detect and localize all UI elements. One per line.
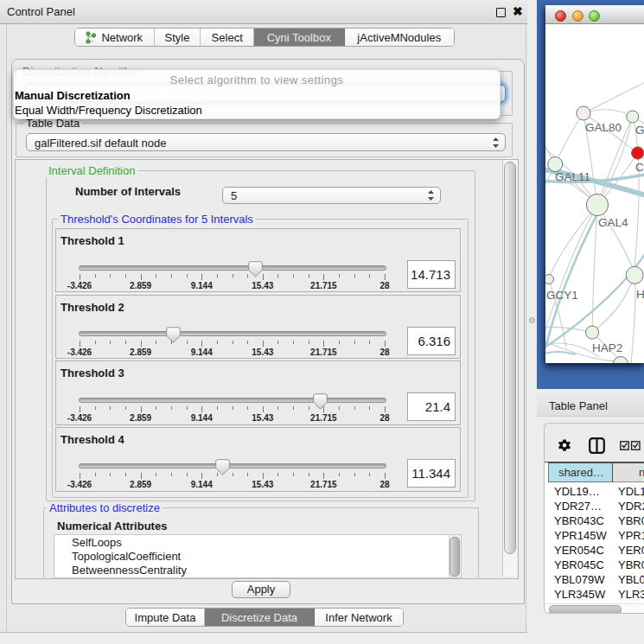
svg-text:GAL7: GAL7: [635, 124, 644, 137]
svg-text:GAL11: GAL11: [555, 170, 590, 183]
svg-text:HIS4: HIS4: [636, 288, 644, 301]
svg-text:HAP2: HAP2: [592, 341, 622, 354]
svg-text:GCY1: GCY1: [546, 289, 578, 302]
svg-text:GAL80: GAL80: [585, 121, 622, 134]
svg-text:GAL4: GAL4: [598, 216, 628, 229]
svg-text:CYC8: CYC8: [635, 161, 644, 174]
